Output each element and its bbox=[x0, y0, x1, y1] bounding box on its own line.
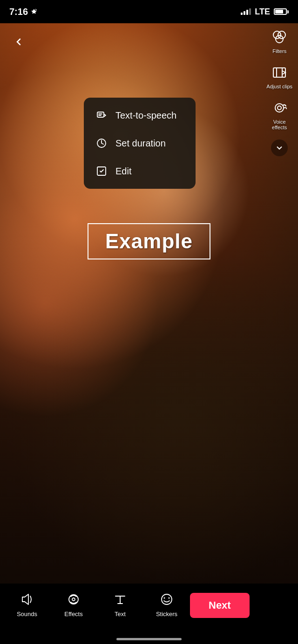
effects-label: Effects bbox=[64, 611, 83, 617]
battery-indicator bbox=[274, 8, 289, 15]
video-preview: Filters Adjust clips bbox=[0, 23, 298, 584]
adjust-clips-button[interactable]: Adjust clips bbox=[266, 63, 292, 89]
edit-label: Edit bbox=[115, 166, 131, 177]
location-icon bbox=[31, 8, 37, 15]
sounds-label: Sounds bbox=[17, 611, 37, 617]
stickers-button[interactable]: Stickers bbox=[143, 591, 190, 617]
text-to-speech-label: Text-to-speech bbox=[115, 110, 176, 121]
home-indicator bbox=[116, 638, 182, 640]
set-duration-icon bbox=[95, 137, 108, 150]
filters-button[interactable]: Filters bbox=[270, 28, 289, 54]
bottom-toolbar: Sounds Effects Text bbox=[0, 584, 298, 644]
voice-effects-label: Voice effects bbox=[272, 119, 287, 130]
set-duration-label: Set duration bbox=[115, 138, 166, 149]
adjust-clips-icon bbox=[270, 63, 289, 82]
overlay-text: Example bbox=[105, 230, 193, 252]
svg-point-14 bbox=[72, 598, 75, 601]
text-to-speech-option[interactable]: Text-to-speech bbox=[84, 101, 196, 129]
svg-point-1 bbox=[278, 31, 285, 39]
filters-icon bbox=[270, 28, 289, 46]
voice-effects-button[interactable]: Voice effects bbox=[270, 99, 289, 130]
svg-point-2 bbox=[276, 35, 283, 43]
svg-rect-3 bbox=[273, 68, 285, 77]
edit-icon bbox=[95, 165, 108, 178]
effects-button[interactable]: Effects bbox=[50, 591, 97, 617]
time-display: 7:16 bbox=[9, 7, 28, 17]
effects-icon bbox=[65, 591, 82, 608]
context-menu: Text-to-speech Set duration Edit bbox=[84, 98, 196, 189]
stickers-label: Stickers bbox=[156, 611, 177, 617]
text-button[interactable]: Text bbox=[97, 591, 143, 617]
text-overlay[interactable]: Example bbox=[88, 223, 210, 259]
svg-point-13 bbox=[69, 595, 78, 604]
svg-point-7 bbox=[278, 106, 281, 110]
text-label: Text bbox=[115, 611, 126, 617]
expand-more-button[interactable] bbox=[271, 139, 288, 156]
text-icon bbox=[112, 591, 129, 608]
stickers-icon bbox=[158, 591, 175, 608]
svg-point-17 bbox=[169, 598, 170, 599]
text-to-speech-icon bbox=[95, 109, 108, 122]
svg-point-15 bbox=[162, 594, 172, 604]
set-duration-option[interactable]: Set duration bbox=[84, 129, 196, 157]
svg-point-16 bbox=[164, 598, 165, 599]
back-button[interactable] bbox=[9, 33, 28, 51]
status-bar: 7:16 LTE bbox=[0, 0, 298, 23]
edit-option[interactable]: Edit bbox=[84, 157, 196, 185]
svg-rect-8 bbox=[97, 112, 104, 117]
sounds-button[interactable]: Sounds bbox=[4, 591, 50, 617]
next-button[interactable]: Next bbox=[190, 593, 250, 618]
adjust-clips-label: Adjust clips bbox=[266, 84, 292, 89]
signal-bars bbox=[241, 8, 251, 15]
voice-effects-icon bbox=[270, 99, 289, 117]
svg-point-6 bbox=[275, 104, 284, 112]
lte-label: LTE bbox=[255, 7, 270, 17]
right-toolbar: Filters Adjust clips bbox=[266, 28, 292, 156]
status-right: LTE bbox=[241, 7, 289, 17]
filters-label: Filters bbox=[272, 48, 286, 54]
status-time: 7:16 bbox=[9, 7, 37, 17]
sounds-icon bbox=[19, 591, 35, 608]
